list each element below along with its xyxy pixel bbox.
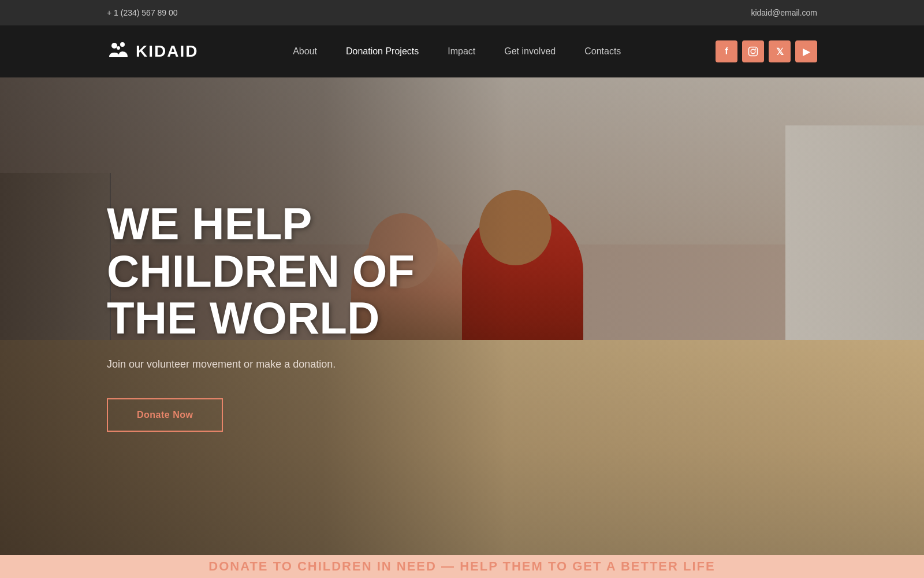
bottom-banner: DONATE TO CHILDREN IN NEED — HELP THEM T… <box>0 555 924 578</box>
nav-links: About Donation Projects Impact Get invol… <box>293 46 621 57</box>
logo[interactable]: KIDAID <box>107 40 198 63</box>
hero-section: WE HELP CHILDREN OF THE WORLD Join our v… <box>0 77 924 555</box>
nav-contacts[interactable]: Contacts <box>584 46 621 56</box>
svg-rect-3 <box>749 47 758 56</box>
phone-number: + 1 (234) 567 89 00 <box>107 8 178 17</box>
bottom-banner-text: DONATE TO CHILDREN IN NEED — HELP THEM T… <box>208 559 715 574</box>
nav-get-involved[interactable]: Get involved <box>504 46 556 56</box>
svg-point-0 <box>111 43 117 49</box>
nav-impact[interactable]: Impact <box>448 46 475 56</box>
facebook-icon[interactable]: f <box>716 40 737 62</box>
email-address: kidaid@email.com <box>751 8 817 17</box>
twitter-icon[interactable]: 𝕏 <box>769 40 791 62</box>
svg-point-5 <box>755 49 756 50</box>
hero-content: WE HELP CHILDREN OF THE WORLD Join our v… <box>0 77 924 555</box>
hero-title: WE HELP CHILDREN OF THE WORLD <box>107 201 419 343</box>
nav-donation-projects[interactable]: Donation Projects <box>346 46 419 56</box>
navbar: KIDAID About Donation Projects Impact Ge… <box>0 25 924 77</box>
donate-now-button[interactable]: Donate Now <box>107 398 223 432</box>
social-icons: f 𝕏 ▶ <box>716 40 817 62</box>
top-bar: + 1 (234) 567 89 00 kidaid@email.com <box>0 0 924 25</box>
svg-point-1 <box>120 42 125 47</box>
logo-text: KIDAID <box>136 42 198 61</box>
youtube-icon[interactable]: ▶ <box>795 40 817 62</box>
logo-icon <box>107 40 130 63</box>
nav-about[interactable]: About <box>293 46 317 56</box>
svg-point-4 <box>751 49 755 54</box>
hero-subtitle: Join our volunteer movement or make a do… <box>107 358 349 370</box>
svg-point-2 <box>117 46 120 50</box>
instagram-icon[interactable] <box>742 40 764 62</box>
